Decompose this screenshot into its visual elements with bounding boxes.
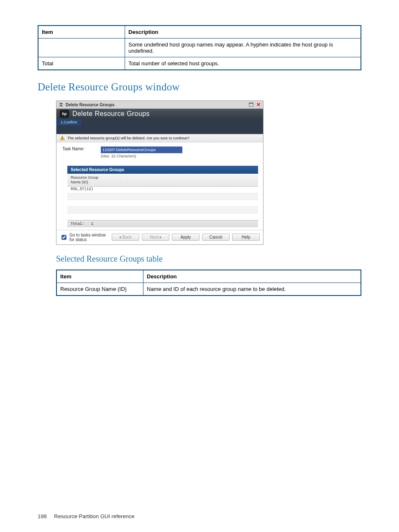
doc-table-header-desc: Description [125,26,361,39]
brand-bar: hp Delete Resource Groups [56,109,263,119]
list-item[interactable]: RSG_ST(12) [67,187,258,193]
collapse-icon[interactable] [59,103,63,107]
doc-table-srg: Item Description Resource Group Name (ID… [56,270,361,296]
svg-rect-4 [62,139,62,139]
warning-icon [60,136,65,141]
section-heading-delete-window: Delete Resource Groups window [38,81,361,93]
footer-section: Resource Partition GUI reference [54,513,134,519]
srg-column-header-row: Resource Group Name (ID) [67,174,258,187]
next-button[interactable]: Next [142,234,169,241]
doc-table-header-item: Item [56,270,143,283]
help-button[interactable]: Help [232,234,260,241]
task-name-input[interactable] [101,146,182,153]
wizard-step-bar: 1.Confirm [56,119,263,134]
doc-table-header-desc: Description [143,270,361,283]
table-cell-item [38,39,125,57]
list-item[interactable] [67,200,258,207]
window-title: Delete Resource Groups [66,103,115,107]
back-button[interactable]: Back [112,234,139,241]
doc-table-header-item: Item [38,26,125,39]
action-bar: Go to tasks window for status Back Next … [56,230,263,244]
table-cell-item: Total [38,57,125,70]
table-cell-item: Resource Group Name (ID) [56,283,143,296]
selected-resource-groups-panel: Selected Resource Groups Resource Group … [67,166,258,227]
srg-rows: RSG_ST(12) [67,187,258,220]
list-item[interactable] [67,193,258,200]
table-cell-desc: Some undefined host group names may appe… [125,39,361,57]
section-heading-srg-table: Selected Resource Groups table [56,254,361,264]
apply-button[interactable]: Apply [172,234,200,241]
brand-title: Delete Resource Groups [72,110,150,118]
page-footer: 198 Resource Partition GUI reference [38,513,135,519]
table-row: Total Total number of selected host grou… [38,57,361,70]
srg-total-label: Total: [71,222,84,226]
delete-resource-groups-window: Delete Resource Groups ✕ hp Delete Resou… [56,100,263,245]
table-row: Some undefined host group names may appe… [38,39,361,57]
warning-text: The selected resource group(s) will be d… [67,136,189,140]
srg-column-name-id[interactable]: Resource Group Name (ID) [67,174,116,186]
maximize-icon[interactable] [248,102,254,108]
cancel-button[interactable]: Cancel [202,234,230,241]
wizard-step-confirm[interactable]: 1.Confirm [56,119,81,126]
table-cell-desc: Total number of selected host groups. [125,57,361,70]
list-item[interactable] [67,207,258,213]
table-cell-desc: Name and ID of each resource group name … [143,283,361,296]
table-row: Resource Group Name (ID) Name and ID of … [56,283,361,296]
task-name-hint: (Max. 32 Characters) [101,154,182,158]
list-item[interactable] [67,213,258,220]
srg-total-value: 1 [91,222,93,226]
doc-table-top: Item Description Some undefined host gro… [38,25,361,70]
srg-total-bar: Total: 1 [67,220,258,227]
svg-rect-1 [249,103,253,104]
task-name-label: Task Name: [62,146,92,151]
warning-bar: The selected resource group(s) will be d… [56,134,263,142]
close-icon[interactable]: ✕ [256,102,261,108]
page-number: 198 [38,513,47,519]
srg-panel-header: Selected Resource Groups [67,166,258,174]
goto-tasks-checkbox[interactable] [61,235,66,240]
hp-logo-icon: hp [60,110,69,118]
goto-tasks-label: Go to tasks window for status [69,233,109,242]
window-titlebar[interactable]: Delete Resource Groups ✕ [56,101,263,109]
svg-rect-3 [62,137,62,139]
